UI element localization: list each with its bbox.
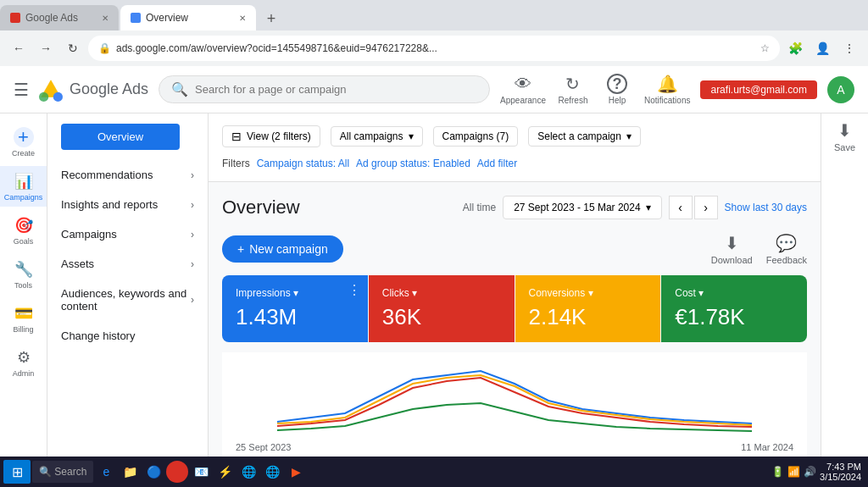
overview-nav-button[interactable]: Overview (61, 124, 180, 150)
browser-controls: ← → ↻ 🔒 ads.google.com/aw/overview?ocid=… (0, 30, 868, 66)
sidebar-item-tools[interactable]: 🔧 Tools (0, 254, 47, 295)
chart-end-date: 11 Mar 2024 (741, 442, 793, 452)
stats-row: Impressions ▾ 1.43M ⋮ Clicks ▾ 36K Conve… (222, 275, 807, 342)
new-tab-button[interactable]: + (259, 7, 283, 30)
nav-item-assets[interactable]: Assets › (47, 249, 208, 279)
appearance-action[interactable]: 👁 Appearance (500, 75, 546, 105)
tools-icon: 🔧 (14, 259, 34, 279)
all-campaigns-label: All campaigns (340, 130, 403, 142)
nav-item-audiences[interactable]: Audiences, keywords and content › (47, 279, 208, 321)
sidebar-item-billing[interactable]: 💳 Billing (0, 298, 47, 339)
notifications-action[interactable]: 🔔 Notifications (644, 74, 690, 105)
assets-chevron: › (191, 258, 194, 270)
notifications-icon: 🔔 (657, 74, 678, 94)
back-button[interactable]: ← (7, 36, 31, 60)
user-email-button[interactable]: arafi.urts@gmail.com (700, 80, 817, 99)
taskbar-app1[interactable]: ⚡ (214, 461, 236, 483)
nav-item-insights[interactable]: Insights and reports › (47, 190, 208, 219)
taskbar-chrome2[interactable]: 🌐 (237, 461, 259, 483)
select-campaign-chevron: ▾ (626, 130, 632, 142)
content-body: + Create 📊 Campaigns 🎯 Goals 🔧 Tools 💳 B… (0, 113, 868, 487)
nav-item-recommendations[interactable]: Recommendations › (47, 160, 208, 190)
reload-button[interactable]: ↻ (61, 36, 85, 60)
date-controls: All time 27 Sept 2023 - 15 Mar 2024 ▾ ‹ … (463, 196, 807, 219)
impressions-label: Impressions ▾ (236, 287, 354, 299)
stat-card-cost: Cost ▾ €1.78K (661, 275, 807, 342)
taskbar-chrome3[interactable]: 🌐 (261, 461, 283, 483)
save-icon: ⬇ (837, 120, 852, 141)
taskbar: ⊞ 🔍 Search e 📁 🔵 📧 ⚡ 🌐 🌐 ▶ 🔋 📶 🔊 7:43 PM… (0, 457, 868, 487)
user-avatar[interactable]: A (827, 76, 854, 103)
address-bar[interactable]: 🔒 ads.google.com/aw/overview?ocid=145549… (88, 36, 780, 61)
tab-1[interactable]: Google Ads ✕ (0, 5, 119, 30)
taskbar-email[interactable]: 📧 (190, 461, 212, 483)
select-campaign-selector[interactable]: Select a campaign ▾ (528, 126, 641, 147)
download-button[interactable]: ⬇ Download (711, 233, 753, 265)
taskbar-ie[interactable]: e (95, 461, 117, 483)
taskbar-sound-icon: 🔊 (804, 466, 816, 478)
view-selector[interactable]: ⊟ View (2 filters) (222, 125, 320, 147)
next-date-button[interactable]: › (694, 196, 718, 219)
new-campaign-button[interactable]: + New campaign (222, 235, 343, 263)
campaign-selector[interactable]: Campaigns (7) (433, 126, 519, 147)
taskbar-red[interactable] (166, 461, 188, 483)
tab-2-title: Overview (146, 12, 234, 24)
start-button[interactable]: ⊞ (3, 460, 31, 484)
main-content: ⊟ View (2 filters) All campaigns ▾ Campa… (209, 113, 821, 487)
all-campaigns-selector[interactable]: All campaigns ▾ (331, 126, 423, 147)
create-label: Create (12, 149, 35, 158)
create-icon: + (14, 127, 34, 147)
prev-date-button[interactable]: ‹ (669, 196, 693, 219)
show-last-button[interactable]: Show last 30 days (725, 202, 807, 213)
ad-group-status-filter[interactable]: Ad group status: Enabled (356, 158, 470, 169)
help-icon: ? (607, 74, 627, 94)
forward-button[interactable]: → (34, 36, 58, 60)
impressions-menu[interactable]: ⋮ (348, 282, 361, 298)
help-action[interactable]: ? Help (600, 74, 634, 105)
sidebar-item-create[interactable]: + Create (0, 122, 47, 163)
billing-icon: 💳 (14, 303, 34, 324)
nav-item-campaigns[interactable]: Campaigns › (47, 219, 208, 249)
feedback-button[interactable]: 💬 Feedback (766, 233, 807, 265)
search-box[interactable]: 🔍 (159, 75, 490, 103)
clicks-label: Clicks ▾ (382, 287, 501, 299)
all-campaigns-chevron: ▾ (409, 130, 414, 142)
sidebar-item-campaigns[interactable]: 📊 Campaigns (0, 166, 47, 207)
campaigns-chevron: › (191, 229, 194, 241)
refresh-label: Refresh (558, 96, 587, 105)
taskbar-arrow[interactable]: ▶ (285, 461, 307, 483)
more-button[interactable]: ⋮ (837, 36, 861, 60)
nav-item-change-history[interactable]: Change history (47, 321, 208, 351)
google-ads-logo: Google Ads (39, 78, 148, 102)
tab-2-close[interactable]: ✕ (239, 14, 246, 23)
search-input[interactable] (195, 83, 477, 96)
save-button[interactable]: ⬇ Save (834, 120, 855, 152)
chart-area (236, 362, 793, 439)
campaign-status-filter[interactable]: Campaign status: All (257, 158, 349, 169)
taskbar-time-date: 7:43 PM 3/15/2024 (820, 462, 861, 482)
profile-button[interactable]: 👤 (810, 36, 834, 60)
notifications-label: Notifications (644, 96, 690, 105)
add-filter-button[interactable]: Add filter (477, 158, 517, 169)
extensions-button[interactable]: 🧩 (783, 36, 807, 60)
save-label: Save (834, 142, 855, 152)
insights-chevron: › (191, 199, 194, 211)
sidebar-item-admin[interactable]: ⚙ Admin (0, 342, 47, 383)
feedback-label: Feedback (766, 255, 807, 265)
date-range-button[interactable]: 27 Sept 2023 - 15 Mar 2024 ▾ (503, 196, 661, 219)
taskbar-sys-icons: 🔋 📶 🔊 (771, 466, 816, 478)
audiences-chevron: › (191, 294, 194, 306)
stat-card-impressions: Impressions ▾ 1.43M ⋮ (222, 275, 368, 342)
taskbar-chrome1[interactable]: 🔵 (142, 461, 164, 483)
recommendations-chevron: › (191, 169, 194, 181)
nav-header: Overview (47, 113, 208, 160)
tab-2[interactable]: Overview ✕ (120, 5, 256, 30)
menu-hamburger[interactable]: ☰ (14, 80, 29, 100)
taskbar-folder[interactable]: 📁 (119, 461, 141, 483)
sidebar-item-goals[interactable]: 🎯 Goals (0, 210, 47, 251)
tab-1-close[interactable]: ✕ (102, 14, 108, 23)
google-ads-logo-icon (39, 78, 63, 102)
taskbar-search[interactable]: 🔍 Search (32, 461, 93, 483)
refresh-action[interactable]: ↻ Refresh (556, 74, 590, 105)
goals-icon: 🎯 (14, 215, 34, 235)
